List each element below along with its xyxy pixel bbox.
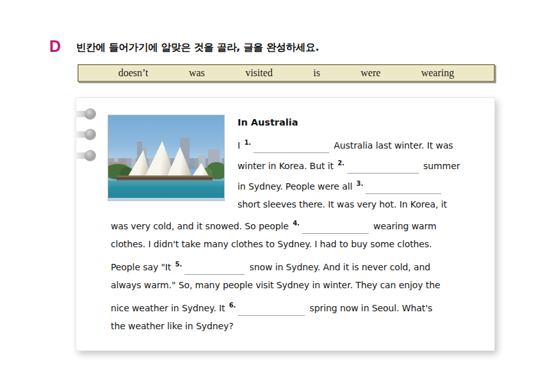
passage-text: I — [238, 140, 243, 151]
passage-side-column: I 1. Australia last winter. It waswinter… — [238, 133, 490, 215]
passage-text: clothes. I didn't take many clothes to S… — [111, 239, 432, 249]
binder-clip-knob — [85, 129, 96, 140]
passage-full-column: was very cold, and it snowed. So people … — [111, 213, 485, 336]
fill-blank — [366, 184, 441, 194]
blank-number: 4. — [293, 220, 300, 227]
fill-blank — [238, 306, 305, 316]
passage-text: Australia last winter. It was — [331, 140, 453, 151]
passage-line: nice weather in Sydney. It 6. spring now… — [111, 295, 485, 316]
word-bank-item: visited — [245, 67, 273, 79]
passage-line: short sleeves there. It was very hot. In… — [238, 194, 490, 215]
blank-number: 6. — [229, 302, 236, 309]
passage-line: clothes. I didn't take many clothes to S… — [111, 234, 485, 254]
passage-text: summer — [421, 161, 460, 171]
word-bank-item: is — [313, 67, 320, 79]
passage-line: People say "It 5. snow in Sydney. And it… — [111, 254, 485, 275]
fill-blank — [347, 164, 419, 174]
word-bank-item: doesn’t — [118, 67, 149, 79]
passage-line: always warm." So, many people visit Sydn… — [111, 275, 485, 295]
section-letter: D — [49, 37, 61, 56]
passage-text: snow in Sydney. And it is never cold, an… — [247, 262, 430, 272]
blank-number: 5. — [175, 261, 182, 268]
passage-line: I 1. Australia last winter. It was — [238, 133, 490, 153]
passage-text: was very cold, and it snowed. So people — [111, 221, 291, 231]
passage-text: always warm." So, many people visit Sydn… — [111, 280, 440, 290]
passage-text: nice weather in Sydney. It — [111, 303, 228, 313]
passage-title: In Australia — [238, 112, 481, 133]
passage-text: the weather like in Sydney? — [111, 321, 233, 331]
word-bank: doesn’twasvisitediswerewearing — [77, 64, 495, 82]
passage-line: the weather like in Sydney? — [111, 316, 485, 336]
photo-shore-band — [108, 198, 224, 200]
sydney-opera-house-photo — [108, 115, 225, 201]
binder-clip-icon — [73, 108, 96, 120]
notepad-card: In Australia I 1. Australia last winter.… — [76, 97, 495, 351]
passage-line: winter in Korea. But it 2. summer — [238, 153, 490, 174]
passage-line: was very cold, and it snowed. So people … — [111, 213, 485, 234]
passage-text: wearing warm — [371, 221, 437, 231]
blank-number: 3. — [357, 180, 364, 187]
word-bank-item: wearing — [421, 67, 455, 79]
binder-clip-icon — [73, 129, 96, 140]
word-bank-item: was — [189, 67, 205, 79]
binder-clip-knob — [85, 150, 96, 161]
instruction-text: 빈칸에 들어가기에 알맞은 것을 골라, 글을 완성하세요. — [76, 41, 319, 54]
passage-text: in Sydney. People were all — [238, 181, 355, 192]
passage-line: in Sydney. People were all 3. — [238, 174, 490, 194]
fill-blank — [184, 265, 245, 275]
fill-blank — [254, 143, 329, 153]
binder-clip-knob — [85, 108, 96, 120]
blank-number: 1. — [244, 139, 251, 146]
passage-text: People say "It — [111, 262, 174, 272]
worksheet-page: D 빈칸에 들어가기에 알맞은 것을 골라, 글을 완성하세요. doesn’t… — [0, 0, 559, 392]
passage-text: winter in Korea. But it — [238, 161, 336, 171]
passage-text: spring now in Seoul. What's — [307, 303, 432, 313]
word-bank-item: were — [361, 67, 380, 79]
passage-text: short sleeves there. It was very hot. In… — [238, 199, 447, 209]
fill-blank — [302, 224, 369, 234]
binder-clip-icon — [73, 150, 96, 161]
blank-number: 2. — [337, 159, 344, 167]
